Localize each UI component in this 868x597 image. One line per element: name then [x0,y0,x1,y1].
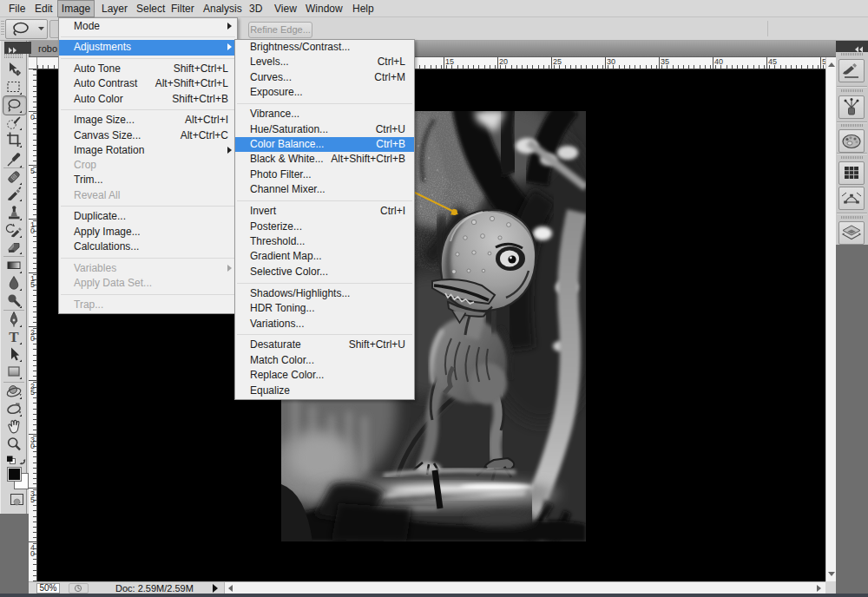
svg-text:T: T [9,329,19,345]
